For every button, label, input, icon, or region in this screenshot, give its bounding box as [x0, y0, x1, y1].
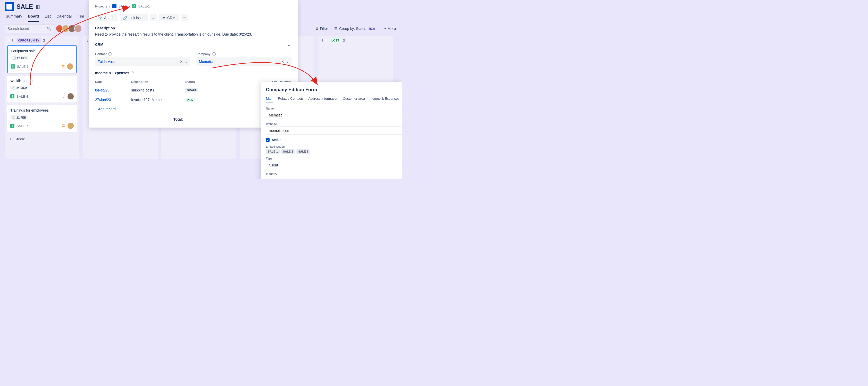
active-checkbox-row[interactable]: ✓ Active: [266, 138, 402, 142]
company-edition-form: Company Edition Form Main Related Contac…: [261, 82, 402, 179]
company-field: Companyi Memetic ✕⌄: [196, 52, 291, 66]
linked-issues-field: Linked issues SALE-1 SALE-2 SALE-1: [266, 145, 402, 154]
form-tab-address[interactable]: Address Information: [308, 97, 338, 103]
status-chip: PAID: [185, 98, 195, 102]
type-select[interactable]: Client: [266, 161, 402, 169]
assignee-avatar[interactable]: [67, 93, 74, 99]
name-input[interactable]: [266, 111, 402, 119]
project-icon: [5, 2, 14, 11]
issue-type-icon: $: [132, 4, 136, 8]
issue-type-icon: $: [10, 124, 14, 128]
th-date: Date: [95, 80, 131, 84]
clear-icon[interactable]: ✕: [180, 60, 183, 64]
project-icon: [112, 4, 117, 8]
form-title: Company Edition Form: [266, 87, 402, 93]
more-actions-button[interactable]: ⋯: [181, 14, 188, 21]
more-icon[interactable]: ⋯: [288, 43, 291, 48]
card-title: Waikiki support: [10, 79, 74, 83]
funnel-icon: ▼: [162, 16, 166, 20]
company-input[interactable]: Memetic ✕⌄: [196, 58, 291, 66]
link-issue-button[interactable]: 🔗Link issue: [120, 14, 148, 21]
linked-issue-chip[interactable]: SALE-1: [266, 149, 280, 154]
contact-value: Zelda Vasco: [98, 60, 118, 64]
chevron-up-icon: ⌃: [131, 71, 134, 75]
form-tab-ie[interactable]: Income & Expenses: [370, 97, 400, 103]
tab-timeline[interactable]: Tim: [78, 14, 84, 22]
breadcrumb-issue[interactable]: SALE-1: [138, 4, 150, 8]
drag-icon[interactable]: ⋮⋮: [7, 38, 14, 42]
link-dropdown[interactable]: ⌄: [150, 14, 157, 21]
crm-button[interactable]: ▼CRM: [159, 14, 179, 21]
breadcrumb-projects[interactable]: Projects: [95, 4, 107, 8]
form-tab-customer[interactable]: Customer area: [343, 97, 365, 103]
crm-fields: Contacti Zelda Vasco ✕⌄ Companyi Memetic…: [95, 52, 291, 66]
tab-board[interactable]: Board: [28, 14, 39, 22]
clear-icon[interactable]: ✕: [281, 60, 284, 64]
status-chip: DRAFT: [185, 88, 198, 92]
card-key: SALE-1: [17, 65, 29, 68]
company-value: Memetic: [199, 60, 213, 64]
contact-input[interactable]: Zelda Vasco ✕⌄: [95, 58, 190, 66]
avatar[interactable]: [74, 25, 82, 32]
card-key: SALE-7: [17, 124, 28, 128]
column-count: 0: [343, 38, 345, 42]
filter-icon: ⚙: [315, 27, 318, 31]
issue-card[interactable]: Equipment sale 🕐25 FEB $ SALE-1 〓: [7, 45, 77, 73]
income-expenses-header[interactable]: Income & Expenses ⌃: [95, 71, 291, 75]
list-icon: ☰: [334, 27, 338, 31]
breadcrumb-project[interactable]: SALE: [119, 4, 127, 8]
cell-desc: Invoice 127, Memetic: [131, 98, 185, 102]
more-button[interactable]: ⋯ More: [381, 26, 397, 32]
linked-issue-chip[interactable]: SALE-2: [281, 149, 295, 154]
clock-icon: 🕐: [12, 86, 16, 90]
attach-button[interactable]: 📎Attach: [95, 14, 118, 21]
column-opportunity: ⋮⋮ OPPORTUNITY 3 Equipment sale 🕐25 FEB …: [5, 36, 80, 159]
link-icon: 🔗: [123, 16, 127, 20]
industry-select[interactable]: Select: [266, 176, 402, 179]
clock-icon: 🕐: [12, 57, 16, 60]
tab-list[interactable]: List: [45, 14, 51, 22]
info-icon[interactable]: i: [212, 52, 216, 56]
filter-button[interactable]: ⚙ Filter: [314, 26, 330, 32]
theme-icon[interactable]: ◧: [36, 4, 40, 9]
assignee-avatars[interactable]: L: [57, 25, 82, 32]
issue-card[interactable]: Waikiki support 🕐01 MAR $ SALE-4 ⌄: [7, 76, 77, 102]
form-tab-main[interactable]: Main: [266, 97, 273, 103]
column-header: ⋮⋮ OPPORTUNITY 3: [7, 38, 77, 43]
project-title: SALE: [17, 3, 33, 10]
search-placeholder: Search board: [7, 27, 29, 31]
info-icon[interactable]: i: [108, 52, 112, 56]
assignee-avatar[interactable]: [67, 123, 74, 129]
linked-issue-chip[interactable]: SALE-1: [297, 149, 310, 154]
column-count: 3: [43, 38, 45, 42]
search-icon: 🔍: [47, 27, 51, 31]
industry-field: Industry Select: [266, 172, 402, 179]
type-field: Type Client: [266, 157, 402, 169]
card-key: SALE-4: [17, 95, 28, 98]
website-input[interactable]: [266, 127, 402, 135]
checkbox-icon[interactable]: ✓: [266, 138, 270, 142]
chevron-down-icon[interactable]: ⌄: [185, 60, 188, 64]
cell-date[interactable]: 27/Jan/23: [95, 98, 131, 102]
form-tab-contacts[interactable]: Related Contacts: [278, 97, 304, 103]
cell-date[interactable]: 8/Feb/23: [95, 88, 131, 92]
priority-icon: ⌄: [62, 94, 65, 98]
priority-icon: 〓: [61, 64, 65, 69]
tab-calendar[interactable]: Calendar: [57, 14, 72, 22]
action-row: 📎Attach 🔗Link issue ⌄ ▼CRM ⋯: [95, 14, 291, 21]
attach-icon: 📎: [98, 16, 102, 20]
description-text[interactable]: Need to provide the research results to …: [95, 32, 291, 36]
create-issue-button[interactable]: ＋ Create: [7, 134, 77, 143]
active-label: Active: [272, 138, 281, 142]
groupby-button[interactable]: ☰ Group by: Status NEW: [333, 26, 378, 32]
search-input[interactable]: Search board 🔍: [5, 24, 54, 33]
assignee-avatar[interactable]: [67, 63, 73, 70]
issue-card[interactable]: Trainings for employees 🕐21 FEB $ SALE-7…: [7, 105, 77, 132]
crm-section-header: CRM ⋯: [95, 42, 291, 49]
more-icon: ⋯: [382, 27, 386, 31]
th-status: Status: [185, 80, 221, 84]
tab-summary[interactable]: Summary: [6, 14, 22, 22]
column-name: OPPORTUNITY: [17, 38, 41, 43]
chevron-down-icon[interactable]: ⌄: [286, 60, 289, 64]
drag-icon[interactable]: ⋮⋮: [320, 38, 328, 42]
